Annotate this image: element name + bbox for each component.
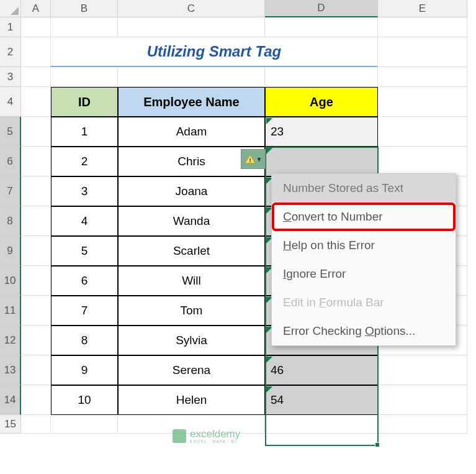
row-header-8[interactable]: 8	[0, 206, 21, 236]
warning-icon: !	[245, 154, 256, 164]
cell-e2[interactable]	[378, 37, 467, 67]
row-header-4[interactable]: 4	[0, 87, 21, 117]
cell-d1[interactable]	[265, 17, 378, 37]
row-header-7[interactable]: 7	[0, 176, 21, 206]
col-header-c[interactable]: C	[118, 0, 265, 17]
row-header-3[interactable]: 3	[0, 67, 21, 87]
row-header-1[interactable]: 1	[0, 17, 21, 37]
row-header-13[interactable]: 13	[0, 355, 21, 385]
cell-b5[interactable]: 1	[51, 117, 118, 147]
header-age[interactable]: Age	[265, 87, 378, 117]
cell-a14[interactable]	[21, 385, 51, 415]
cell-b14[interactable]: 10	[51, 385, 118, 415]
cell-a5[interactable]	[21, 117, 51, 147]
cell-d15[interactable]	[265, 415, 378, 434]
cell-c10[interactable]: Will	[118, 266, 265, 296]
cell-e4[interactable]	[378, 87, 467, 117]
cell-e15[interactable]	[378, 415, 467, 434]
cell-d5-value: 23	[271, 125, 284, 139]
cell-c8[interactable]: Wanda	[118, 206, 265, 236]
cell-a6[interactable]	[21, 147, 51, 176]
menu-title: Number Stored as Text	[272, 174, 456, 203]
cell-b11[interactable]: 7	[51, 296, 118, 326]
header-name[interactable]: Employee Name	[118, 87, 265, 117]
row-header-15[interactable]: 15	[0, 415, 21, 434]
cell-c13[interactable]: Serena	[118, 355, 265, 385]
row-header-5[interactable]: 5	[0, 117, 21, 147]
cell-a13[interactable]	[21, 355, 51, 385]
title-cell[interactable]: Utilizing Smart Tag	[51, 37, 378, 67]
cell-a7[interactable]	[21, 176, 51, 206]
smart-tag-button[interactable]: ! ▼	[241, 149, 266, 169]
cell-c5[interactable]: Adam	[118, 117, 265, 147]
cell-c11[interactable]: Tom	[118, 296, 265, 326]
cell-d5[interactable]: 23	[265, 117, 378, 147]
watermark-text: exceldemy EXCEL · DATA · BI	[190, 429, 240, 444]
cell-e6[interactable]	[378, 147, 467, 176]
cell-a2[interactable]	[21, 37, 51, 67]
cell-d3[interactable]	[265, 67, 378, 87]
fill-handle[interactable]	[375, 442, 380, 447]
menu-options-suffix: ptions...	[374, 324, 416, 337]
cell-b13[interactable]: 9	[51, 355, 118, 385]
cell-b8[interactable]: 4	[51, 206, 118, 236]
watermark-sub: EXCEL · DATA · BI	[190, 439, 240, 444]
cell-c3[interactable]	[118, 67, 265, 87]
menu-error-options[interactable]: Error Checking Options...	[272, 317, 456, 345]
cell-b6[interactable]: 2	[51, 147, 118, 176]
col-header-a[interactable]: A	[21, 0, 51, 17]
cell-a8[interactable]	[21, 206, 51, 236]
cell-e5[interactable]	[378, 117, 467, 147]
cell-a4[interactable]	[21, 87, 51, 117]
cell-e13[interactable]	[378, 355, 467, 385]
cell-a10[interactable]	[21, 266, 51, 296]
row-header-9[interactable]: 9	[0, 236, 21, 266]
cell-b7[interactable]: 3	[51, 176, 118, 206]
cell-a3[interactable]	[21, 67, 51, 87]
col-header-e[interactable]: E	[378, 0, 467, 17]
menu-help-error[interactable]: Help on this Error	[272, 231, 456, 260]
row-header-10[interactable]: 10	[0, 266, 21, 296]
row-header-12[interactable]: 12	[0, 326, 21, 355]
underline-f: F	[319, 296, 326, 309]
error-indicator-icon	[266, 357, 272, 363]
menu-ignore-error[interactable]: Ignore Error	[272, 260, 456, 288]
cell-e3[interactable]	[378, 67, 467, 87]
cell-c12[interactable]: Sylvia	[118, 326, 265, 355]
cell-c9[interactable]: Scarlet	[118, 236, 265, 266]
cell-a9[interactable]	[21, 236, 51, 266]
cell-b10[interactable]: 6	[51, 266, 118, 296]
cell-b15[interactable]	[51, 415, 118, 434]
cell-b3[interactable]	[51, 67, 118, 87]
row-header-2[interactable]: 2	[0, 37, 21, 67]
cell-a12[interactable]	[21, 326, 51, 355]
row-header-14[interactable]: 14	[0, 385, 21, 415]
col-header-d[interactable]: D	[265, 0, 378, 17]
cell-d6[interactable]	[265, 147, 378, 176]
cell-c7[interactable]: Joana	[118, 176, 265, 206]
menu-convert-to-number[interactable]: Convert to Number	[272, 203, 456, 231]
cell-d13[interactable]: 46	[265, 355, 378, 385]
cell-d13-value: 46	[271, 363, 284, 377]
cell-b12[interactable]: 8	[51, 326, 118, 355]
cell-e14[interactable]	[378, 385, 467, 415]
row-header-6[interactable]: 6	[0, 147, 21, 176]
cell-a1[interactable]	[21, 17, 51, 37]
cell-c1[interactable]	[118, 17, 265, 37]
menu-help-label: elp on this Error	[292, 239, 375, 252]
cell-b1[interactable]	[51, 17, 118, 37]
svg-text:!: !	[249, 157, 251, 163]
error-indicator-icon	[266, 386, 272, 393]
row-header-11[interactable]: 11	[0, 296, 21, 326]
col-header-b[interactable]: B	[51, 0, 118, 17]
cell-a15[interactable]	[21, 415, 51, 434]
select-all-corner[interactable]	[0, 0, 21, 17]
header-id[interactable]: ID	[51, 87, 118, 117]
error-indicator-icon	[266, 148, 272, 154]
cell-d14-value: 54	[271, 393, 284, 407]
cell-c14[interactable]: Helen	[118, 385, 265, 415]
cell-a11[interactable]	[21, 296, 51, 326]
cell-b9[interactable]: 5	[51, 236, 118, 266]
cell-e1[interactable]	[378, 17, 467, 37]
cell-d14[interactable]: 54	[265, 385, 378, 415]
